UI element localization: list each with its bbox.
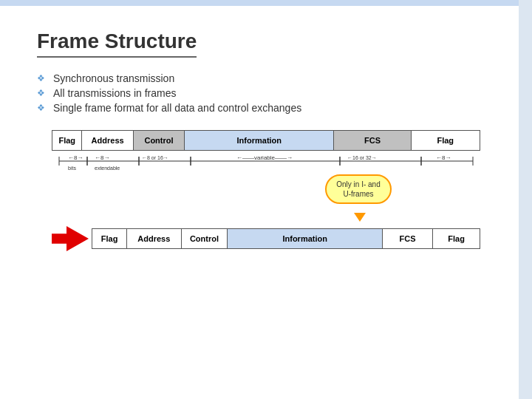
svg-text:←16 or 32→: ←16 or 32→	[347, 155, 377, 160]
callout-arrow-down	[354, 213, 366, 222]
svg-text:←8→: ←8→	[436, 154, 451, 161]
frame-cell: Address	[82, 131, 133, 150]
slide: Frame Structure Synchronous transmission…	[0, 0, 532, 399]
diagram-area: FlagAddressControlInformationFCSFlag ←8→…	[52, 130, 480, 251]
right-bar	[519, 0, 532, 399]
bullet-list: Synchronous transmissionAll transmission…	[37, 72, 495, 114]
bottom-frame-cell: Information	[228, 229, 383, 248]
bottom-frame-cell: Flag	[433, 229, 480, 248]
frame-cell: Information	[185, 131, 334, 150]
page-title: Frame Structure	[37, 30, 197, 58]
arrows-svg: ←8→ ←8→ ←8 or 16→ ←——variable——→ ←16 or …	[52, 151, 480, 171]
svg-text:←——variable——→: ←——variable——→	[236, 154, 293, 161]
svg-text:←8→: ←8→	[95, 154, 109, 161]
svg-text:←8 or 16→: ←8 or 16→	[142, 155, 168, 160]
frame-cell: Control	[134, 131, 185, 150]
callout-bubble: Only in I- and U-frames	[325, 174, 392, 204]
svg-text:bits: bits	[68, 166, 76, 171]
bullet-item: Single frame format for all data and con…	[37, 102, 495, 114]
left-arrow-icon	[52, 226, 89, 251]
bullet-item: Synchronous transmission	[37, 72, 495, 84]
bottom-frame-cell: Flag	[92, 229, 127, 248]
frame-cell: Flag	[52, 131, 82, 150]
svg-text:←8→: ←8→	[68, 154, 83, 161]
frame-cell: FCS	[334, 131, 411, 150]
bottom-frame-row: FlagAddressControlInformationFCSFlag	[52, 226, 480, 251]
callout-area: Only in I- and U-frames	[52, 174, 480, 226]
bottom-frame-table: FlagAddressControlInformationFCSFlag	[92, 228, 480, 249]
top-bar	[0, 0, 532, 6]
top-frame-table: FlagAddressControlInformationFCSFlag	[52, 130, 480, 151]
bottom-frame-cell: FCS	[383, 229, 433, 248]
svg-text:extendable: extendable	[95, 166, 120, 171]
bullet-item: All transmissions in frames	[37, 87, 495, 99]
bottom-frame-cell: Address	[127, 229, 181, 248]
bottom-frame-cell: Control	[182, 229, 228, 248]
frame-cell: Flag	[412, 131, 480, 150]
